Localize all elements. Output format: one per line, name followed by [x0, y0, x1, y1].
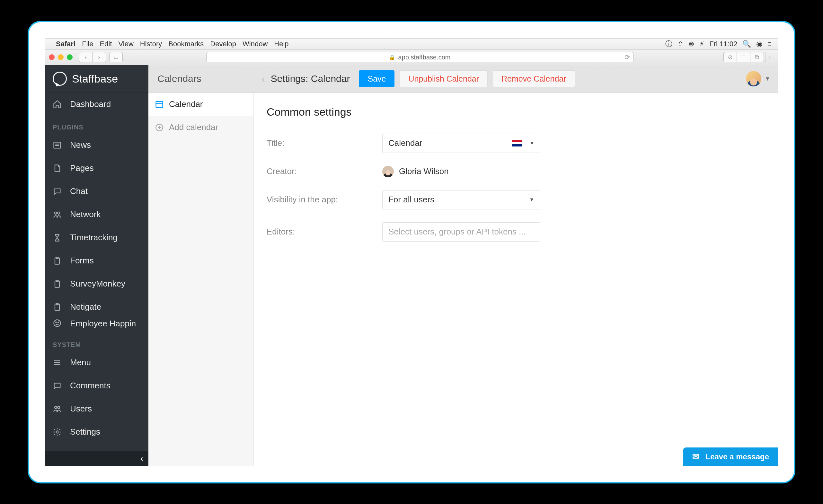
- editors-control: [382, 222, 540, 241]
- sidebar-item-label: Forms: [70, 256, 94, 266]
- calendar-item-label: Calendar: [169, 99, 203, 109]
- maximize-window-icon[interactable]: [67, 54, 72, 60]
- creator-avatar-icon: [382, 166, 394, 177]
- sidebar-item-employee-happiness[interactable]: Employee Happin: [45, 319, 148, 333]
- reload-icon[interactable]: ⟳: [625, 53, 630, 61]
- sidebar-toggle-button[interactable]: ▭: [109, 52, 123, 62]
- battery-icon[interactable]: ⚡︎: [699, 40, 704, 48]
- menubar-edit[interactable]: Edit: [100, 40, 112, 48]
- url-bar[interactable]: 🔒 app.staffbase.com ⟳: [206, 52, 634, 62]
- page-title: Settings: Calendar: [271, 73, 350, 84]
- editors-input[interactable]: [382, 222, 540, 241]
- pages-icon: [53, 164, 62, 173]
- visibility-select[interactable]: For all users ▼: [382, 190, 540, 209]
- sidebar-item-users[interactable]: Users: [45, 397, 148, 421]
- sidebar-item-label: Pages: [70, 163, 94, 173]
- forward-button[interactable]: ›: [93, 52, 106, 62]
- svg-rect-20: [156, 102, 163, 108]
- user-avatar[interactable]: [746, 71, 761, 87]
- user-menu-caret-icon[interactable]: ▼: [765, 75, 770, 82]
- spotlight-icon[interactable]: 🔍: [743, 40, 751, 48]
- svg-point-11: [54, 320, 61, 326]
- wifi-icon[interactable]: ⊜: [688, 40, 694, 48]
- leave-message-widget[interactable]: ✉ Leave a message: [683, 448, 778, 466]
- calendar-list-item[interactable]: Calendar: [148, 93, 254, 116]
- sidebar-item-news[interactable]: News: [45, 134, 148, 157]
- sidebar-item-forms[interactable]: Forms: [45, 249, 148, 273]
- sidebar-item-label: Chat: [70, 186, 88, 196]
- close-window-icon[interactable]: [49, 54, 54, 60]
- menubar-app[interactable]: Safari: [56, 40, 75, 48]
- sidebar: Staffbase Dashboard PLUGINS News Pages C…: [45, 65, 148, 466]
- sidebar-item-surveymonkey[interactable]: SurveyMonkey: [45, 273, 148, 296]
- sidebar-item-label: News: [70, 140, 91, 150]
- plus-circle-icon: [155, 123, 164, 132]
- sidebar-collapse[interactable]: ‹: [45, 451, 148, 466]
- menubar-help[interactable]: Help: [274, 40, 289, 48]
- dropbox-icon[interactable]: ⇪: [677, 40, 683, 48]
- unpublish-button[interactable]: Unpublish Calendar: [399, 70, 488, 87]
- network-icon: [53, 210, 62, 219]
- sidebar-item-label: Netigate: [70, 302, 101, 312]
- add-calendar-button[interactable]: Add calendar: [148, 116, 254, 139]
- creator-value: Gloria Wilson: [382, 166, 449, 177]
- sidebar-item-label: Settings: [70, 427, 100, 437]
- menubar-bookmarks[interactable]: Bookmarks: [168, 40, 204, 48]
- hourglass-icon: [53, 233, 62, 242]
- url-text: app.staffbase.com: [398, 54, 450, 61]
- toolbar-right: ⊘ ⇧ ⧉: [723, 52, 764, 62]
- back-button[interactable]: ‹: [79, 52, 93, 62]
- leave-message-label: Leave a message: [706, 452, 769, 461]
- flag-uk-icon[interactable]: [512, 140, 522, 147]
- secondary-heading: Calendars: [148, 65, 254, 93]
- siri-icon[interactable]: ◉: [756, 40, 762, 48]
- clipboard-icon: [53, 303, 62, 312]
- save-button[interactable]: Save: [359, 70, 394, 87]
- sidebar-heading-system: SYSTEM: [45, 333, 148, 351]
- creator-name: Gloria Wilson: [399, 166, 449, 176]
- menubar-develop[interactable]: Develop: [210, 40, 236, 48]
- browser-toolbar: ‹ › ▭ 🔒 app.staffbase.com ⟳ ⊘ ⇧ ⧉ +: [45, 50, 778, 65]
- chevron-down-icon: ▼: [529, 197, 534, 203]
- home-icon: [53, 100, 62, 109]
- row-creator: Creator: Gloria Wilson: [267, 166, 765, 177]
- sidebar-item-network[interactable]: Network: [45, 203, 148, 226]
- row-editors: Editors:: [267, 222, 765, 241]
- sidebar-item-menu[interactable]: Menu: [45, 351, 148, 374]
- sidebar-item-dashboard[interactable]: Dashboard: [45, 93, 148, 116]
- sidebar-item-pages[interactable]: Pages: [45, 157, 148, 180]
- calendar-icon: [155, 100, 164, 109]
- sidebar-item-label: Users: [70, 404, 92, 414]
- sidebar-item-settings[interactable]: Settings: [45, 421, 148, 444]
- brand-name: Staffbase: [72, 72, 118, 85]
- brand[interactable]: Staffbase: [45, 65, 148, 93]
- gear-icon: [53, 428, 62, 437]
- sidebar-item-label: Menu: [70, 357, 91, 367]
- notification-center-icon[interactable]: ≡: [768, 40, 772, 48]
- back-icon[interactable]: ‹: [262, 73, 265, 85]
- sidebar-item-timetracking[interactable]: Timetracking: [45, 226, 148, 249]
- sidebar-item-comments[interactable]: Comments: [45, 374, 148, 397]
- menubar-window[interactable]: Window: [242, 40, 268, 48]
- menubar-file[interactable]: File: [82, 40, 93, 48]
- sidebar-item-netigate[interactable]: Netigate: [45, 296, 148, 319]
- menu-icon: [53, 358, 62, 367]
- topbar: ‹ Settings: Calendar Save Unpublish Cale…: [254, 65, 778, 93]
- menubar-view[interactable]: View: [119, 40, 134, 48]
- minimize-window-icon[interactable]: [58, 54, 63, 60]
- reader-button[interactable]: ⊘: [723, 52, 737, 62]
- menubar-history[interactable]: History: [140, 40, 162, 48]
- remove-button[interactable]: Remove Calendar: [493, 70, 575, 87]
- lock-icon: 🔒: [389, 54, 395, 60]
- sidebar-item-chat[interactable]: Chat: [45, 180, 148, 203]
- clock[interactable]: Fri 11:02: [709, 40, 737, 48]
- chevron-down-icon[interactable]: ▼: [529, 140, 534, 146]
- new-tab-button[interactable]: +: [765, 52, 774, 62]
- tabs-button[interactable]: ⧉: [751, 52, 764, 62]
- chat-icon: [53, 381, 62, 390]
- status-info-icon[interactable]: ⓘ: [665, 39, 672, 49]
- svg-point-17: [54, 406, 57, 408]
- share-button[interactable]: ⇧: [737, 52, 751, 62]
- chat-icon: [53, 187, 62, 196]
- app-root: Staffbase Dashboard PLUGINS News Pages C…: [45, 65, 778, 466]
